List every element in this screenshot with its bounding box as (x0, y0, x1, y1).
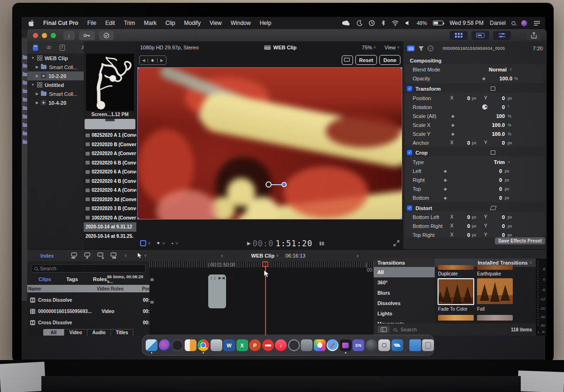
sidebar-item-smart-collection[interactable]: ▶ Smart Coll... (27, 63, 84, 71)
index-button[interactable]: Index (40, 253, 54, 259)
column-position[interactable]: Position (142, 286, 149, 291)
table-row[interactable]: Cross Dissolve 00:0 (27, 317, 149, 328)
scrubber-handle[interactable] (105, 119, 115, 121)
category-dissolves[interactable]: Dissolves (374, 298, 435, 308)
show-timeline-button[interactable] (471, 31, 489, 40)
category-blurs[interactable]: Blurs (374, 288, 435, 298)
do-not-enter-icon[interactable] (262, 339, 274, 351)
menu-mark[interactable]: Mark (144, 20, 157, 26)
audio-meters[interactable]: 6 0 -6 -12 -20 -30 -50 L R (536, 259, 547, 336)
trash-icon[interactable] (422, 339, 434, 351)
disclosure-closed-icon[interactable]: ▶ (36, 101, 39, 105)
downloads-folder-icon[interactable] (409, 339, 421, 351)
photos-audio-tab-icon[interactable] (47, 44, 51, 51)
fast-user-switch[interactable]: Daniel (490, 20, 506, 26)
time-machine-icon[interactable] (368, 20, 375, 26)
fullscreen-icon[interactable] (393, 240, 400, 246)
filter-video-button[interactable]: Video (64, 329, 87, 336)
list-item[interactable]: 02202020 6 A (Conve (84, 167, 136, 177)
video-canvas[interactable] (137, 67, 402, 220)
sphere-app-icon[interactable] (366, 339, 377, 351)
distort-onscreen-control-icon[interactable] (490, 206, 497, 210)
menu-clip[interactable]: Clip (165, 20, 175, 26)
keyframe-icon[interactable]: ◆ (444, 178, 447, 182)
color-inspector-funnel-icon[interactable] (418, 46, 424, 51)
br-x-value[interactable]: 0 (452, 223, 470, 229)
tab-roles[interactable]: Roles (93, 276, 107, 282)
keyframe-icon[interactable]: ◆ (444, 169, 447, 173)
transitions-search-input[interactable] (400, 327, 471, 332)
titles-generators-tab-icon[interactable]: T (60, 45, 64, 51)
table-row[interactable]: 0000000160155095693... Video 00:0 (27, 306, 149, 317)
add-keyframe-button[interactable]: ◈ (148, 58, 157, 63)
wave-app-icon[interactable] (392, 339, 403, 351)
crop-bottom-value[interactable]: 0 (484, 195, 502, 201)
position-y-value[interactable]: 0 (487, 95, 505, 101)
menu-clock[interactable]: Wed 9:58 PM (449, 20, 483, 26)
active-app-menu[interactable]: Final Cut Pro (43, 20, 78, 26)
overwrite-edit-icon[interactable] (110, 252, 119, 259)
anchor-point-control[interactable] (266, 181, 272, 188)
filter-titles-button[interactable]: Titles (111, 329, 133, 336)
bluetooth-icon[interactable] (381, 20, 385, 26)
crop-checkbox[interactable]: ✓ (407, 150, 412, 155)
crop-right-value[interactable]: 0 (484, 177, 502, 183)
previous-timeline-button[interactable]: ‹ (221, 252, 223, 259)
previous-keyframe-button[interactable]: ◀ (140, 58, 148, 63)
scale-all-value[interactable]: 100 (487, 113, 505, 119)
scale-y-value[interactable]: 100.0 (487, 131, 505, 137)
viewer-view-popup[interactable]: View ˅ (384, 45, 400, 50)
zoom-button[interactable] (51, 33, 56, 38)
tr-y-value[interactable]: 0 (487, 232, 505, 238)
notification-center-icon[interactable] (533, 21, 540, 26)
keywords-button[interactable] (79, 31, 95, 40)
next-timeline-button[interactable]: › (357, 252, 359, 259)
keyframe-icon[interactable]: ◆ (444, 196, 447, 200)
orange-folder-app-icon[interactable] (185, 339, 196, 351)
do-not-disturb-moon-icon[interactable] (356, 20, 362, 26)
sidebar-item-untitled[interactable]: ▼ Untitled (27, 80, 84, 89)
keyframe-icon[interactable]: ◆ (444, 187, 447, 191)
earthquake-thumb-partial[interactable] (477, 265, 513, 270)
transition-fall[interactable] (477, 278, 513, 304)
position-x-value[interactable]: 0 (452, 95, 470, 101)
timeline-project-popup[interactable]: WEB Clip ˅ (251, 253, 279, 259)
excel-icon[interactable]: X (236, 339, 248, 351)
siri-icon[interactable] (521, 20, 527, 26)
minimize-button[interactable] (42, 33, 47, 38)
next-keyframe-button[interactable]: ▶ (157, 58, 166, 63)
blend-mode-popup[interactable]: Normal (464, 67, 507, 72)
tr-x-value[interactable]: 0 (452, 232, 470, 238)
keyframe-icon[interactable]: ◆ (451, 132, 454, 136)
finder-icon[interactable] (146, 339, 157, 351)
viewer-zoom-popup[interactable]: 75% ˅ (362, 45, 376, 50)
list-item[interactable]: 10022020 A (Convert (84, 213, 136, 223)
siri-icon[interactable] (159, 339, 171, 351)
transition-thumb-partial[interactable] (477, 315, 513, 321)
chevron-down-icon[interactable]: ˅ (162, 241, 164, 246)
category-all[interactable]: All (374, 267, 435, 277)
crop-onscreen-control-icon[interactable] (491, 150, 495, 155)
cloud-icon[interactable] (342, 20, 350, 26)
retime-button[interactable]: ◔ (171, 241, 174, 246)
libraries-tab-icon[interactable] (33, 45, 38, 51)
bl-x-value[interactable]: 0 (452, 214, 470, 220)
safari-icon[interactable] (327, 339, 338, 351)
list-item[interactable]: 02202020 4 B (Conve (84, 177, 136, 186)
transition-thumb-partial[interactable] (438, 315, 474, 321)
disclosure-closed-icon[interactable]: ▶ (36, 74, 39, 78)
anchor-x-value[interactable]: 0 (452, 140, 470, 146)
info-inspector-icon[interactable]: i (428, 46, 433, 51)
menu-window[interactable]: Window (231, 20, 251, 26)
video-inspector-tab-icon[interactable] (407, 46, 415, 51)
list-item[interactable]: 02202020 B (Convert (84, 140, 136, 149)
sidebar-item-smart-collection-2[interactable]: ▶ Smart Coll... (27, 89, 84, 98)
apple-menu-icon[interactable] (28, 20, 34, 27)
disclosure-open-icon[interactable]: ▼ (31, 83, 35, 87)
column-name[interactable]: Name (28, 286, 41, 291)
menu-file[interactable]: File (87, 20, 96, 26)
scale-x-value[interactable]: 100.0 (487, 122, 505, 128)
anchor-y-value[interactable]: 0 (487, 140, 505, 146)
sidebar-item-10-2-20-selected[interactable]: ▶ ★ 10-2-20 (27, 71, 84, 80)
done-button[interactable]: Done (379, 55, 400, 65)
